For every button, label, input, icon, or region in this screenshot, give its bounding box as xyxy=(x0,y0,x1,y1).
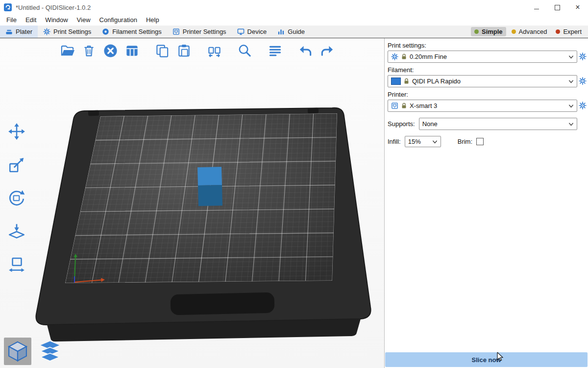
lock-icon xyxy=(401,103,407,109)
tab-print-settings[interactable]: Print Settings xyxy=(38,26,97,38)
redo-button[interactable] xyxy=(318,42,335,59)
open-folder-icon xyxy=(60,43,75,58)
view-toolbar xyxy=(4,338,64,365)
printer-value: X-smart 3 xyxy=(410,102,437,109)
plater-icon xyxy=(5,28,13,35)
scene-3d xyxy=(0,38,384,368)
tab-guide-label: Guide xyxy=(288,28,305,35)
mode-advanced-button[interactable]: Advanced xyxy=(508,27,551,36)
chevron-down-icon xyxy=(568,55,574,59)
chevron-down-icon xyxy=(568,122,574,126)
delete-all-icon xyxy=(103,43,118,58)
gizmo-toolbar xyxy=(5,121,28,276)
gear-icon xyxy=(579,53,587,60)
redo-icon xyxy=(319,43,335,58)
menu-item-edit[interactable]: Edit xyxy=(21,15,41,26)
search-button[interactable] xyxy=(236,42,253,59)
advanced-mode-dot-icon xyxy=(512,29,516,34)
arrange-icon xyxy=(124,43,140,58)
measure-button[interactable] xyxy=(5,254,28,276)
filament-value: QIDI PLA Rapido xyxy=(412,78,461,85)
layers-button[interactable] xyxy=(267,42,283,59)
menu-item-window[interactable]: Window xyxy=(41,15,72,26)
mode-selector: Simple Advanced Expert xyxy=(471,26,588,38)
view-3d-button[interactable] xyxy=(4,338,31,365)
guide-icon xyxy=(277,28,285,35)
split-button[interactable] xyxy=(206,42,222,59)
search-icon xyxy=(237,43,252,58)
mode-simple-button[interactable]: Simple xyxy=(471,27,506,36)
printer-icon xyxy=(391,102,398,109)
maximize-icon xyxy=(555,5,560,10)
tab-filament-settings-label: Filament Settings xyxy=(112,28,161,35)
menu-item-file[interactable]: File xyxy=(2,15,21,26)
tabbar: Plater Print Settings Filament Settings … xyxy=(0,26,588,38)
window-titlebar: *Untitled - QIDISlicer-1.0.2 × xyxy=(0,0,588,15)
tab-print-settings-label: Print Settings xyxy=(53,28,91,35)
place-on-face-button[interactable] xyxy=(5,221,28,242)
move-button[interactable] xyxy=(5,121,28,142)
copy-button[interactable] xyxy=(154,42,171,59)
tab-guide[interactable]: Guide xyxy=(272,26,310,38)
supports-combo[interactable]: None xyxy=(419,118,577,130)
menu-item-view[interactable]: View xyxy=(73,15,95,26)
tab-filament-settings[interactable]: Filament Settings xyxy=(97,26,167,38)
printer-combo[interactable]: X-smart 3 xyxy=(388,100,577,112)
tab-device-label: Device xyxy=(247,28,267,35)
tab-printer-settings-label: Printer Settings xyxy=(183,28,226,35)
open-button[interactable] xyxy=(59,42,75,59)
printer-gear-button[interactable] xyxy=(579,102,587,109)
chevron-down-icon xyxy=(432,140,438,144)
lock-icon xyxy=(401,53,407,60)
rotate-button[interactable] xyxy=(5,187,28,209)
tab-plater-label: Plater xyxy=(16,28,32,35)
chevron-down-icon xyxy=(568,79,574,83)
gear-icon xyxy=(391,53,398,60)
filament-icon xyxy=(102,28,109,35)
layers-icon xyxy=(268,43,283,58)
model-object[interactable] xyxy=(197,167,222,206)
supports-label: Supports: xyxy=(388,120,415,128)
paste-icon xyxy=(176,43,192,58)
menu-item-help[interactable]: Help xyxy=(142,15,164,26)
menu-item-configuration[interactable]: Configuration xyxy=(95,15,142,26)
viewport-3d[interactable] xyxy=(0,38,384,368)
plater-toolbar xyxy=(59,42,340,59)
mode-simple-label: Simple xyxy=(482,28,503,35)
infill-combo[interactable]: 15% xyxy=(405,136,441,147)
mode-expert-button[interactable]: Expert xyxy=(552,27,585,36)
filament-combo[interactable]: QIDI PLA Rapido xyxy=(388,75,577,87)
print-settings-combo[interactable]: 0.20mm Fine xyxy=(388,51,577,63)
scale-button[interactable] xyxy=(5,154,28,176)
slice-now-button[interactable]: Slice now xyxy=(385,352,588,367)
filament-gear-button[interactable] xyxy=(579,77,587,85)
paste-button[interactable] xyxy=(175,42,192,59)
arrange-button[interactable] xyxy=(123,42,140,59)
undo-button[interactable] xyxy=(297,42,314,59)
tab-device[interactable]: Device xyxy=(232,26,272,38)
supports-value: None xyxy=(422,120,438,128)
rotate-icon xyxy=(7,189,26,208)
trash-icon xyxy=(81,43,97,58)
infill-label: Infill: xyxy=(388,138,401,145)
maximize-button[interactable] xyxy=(547,0,567,15)
close-button[interactable]: × xyxy=(567,0,588,15)
mode-expert-label: Expert xyxy=(563,28,582,35)
printer-icon xyxy=(172,28,180,35)
scale-icon xyxy=(7,156,26,174)
delete-button[interactable] xyxy=(80,42,97,59)
tab-plater[interactable]: Plater xyxy=(0,26,38,38)
delete-all-button[interactable] xyxy=(102,42,119,59)
print-settings-gear-button[interactable] xyxy=(579,53,587,60)
chevron-down-icon xyxy=(568,104,574,108)
view-preview-button[interactable] xyxy=(36,338,64,365)
tab-printer-settings[interactable]: Printer Settings xyxy=(167,26,232,38)
undo-icon xyxy=(298,43,313,58)
measure-icon xyxy=(7,256,26,274)
split-icon xyxy=(207,43,222,58)
infill-value: 15% xyxy=(408,138,421,145)
minimize-button[interactable] xyxy=(526,0,547,15)
brim-checkbox[interactable] xyxy=(476,138,484,145)
copy-icon xyxy=(155,43,170,58)
mode-advanced-label: Advanced xyxy=(519,28,547,35)
